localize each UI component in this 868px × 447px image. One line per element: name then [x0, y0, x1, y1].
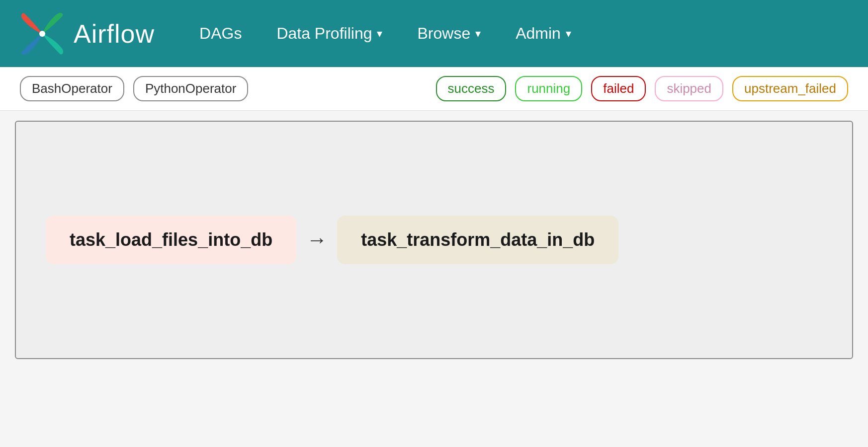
- legend-status-failed[interactable]: failed: [591, 76, 646, 101]
- legend-status-success[interactable]: success: [436, 76, 507, 101]
- legend-bar: BashOperator PythonOperator success runn…: [0, 67, 868, 111]
- nav-item-data-profiling[interactable]: Data Profiling ▾: [261, 19, 397, 48]
- nav-links: DAGs Data Profiling ▾ Browse ▾ Admin ▾: [184, 19, 848, 48]
- legend-status-skipped[interactable]: skipped: [655, 76, 723, 101]
- app-title: Airflow: [74, 19, 155, 49]
- svg-point-0: [39, 31, 45, 37]
- legend-status-upstream-failed[interactable]: upstream_failed: [732, 76, 848, 101]
- dag-canvas: task_load_files_into_db → task_transform…: [15, 121, 853, 359]
- admin-chevron-icon: ▾: [566, 27, 571, 40]
- nav-dags-label: DAGs: [199, 24, 242, 43]
- logo-area: Airflow: [20, 11, 155, 56]
- data-profiling-chevron-icon: ▾: [377, 27, 382, 40]
- legend-status-running[interactable]: running: [515, 76, 582, 101]
- navbar: Airflow DAGs Data Profiling ▾ Browse ▾ A…: [0, 0, 868, 67]
- airflow-logo-icon: [20, 11, 65, 56]
- legend-bash-operator[interactable]: BashOperator: [20, 76, 124, 101]
- nav-data-profiling-label: Data Profiling: [276, 24, 372, 43]
- nav-admin-label: Admin: [516, 24, 561, 43]
- dag-arrow-icon: →: [306, 228, 327, 252]
- nav-item-admin[interactable]: Admin ▾: [501, 19, 586, 48]
- browse-chevron-icon: ▾: [475, 27, 481, 40]
- dag-node-task1[interactable]: task_load_files_into_db: [46, 216, 296, 264]
- nav-item-dags[interactable]: DAGs: [184, 19, 257, 48]
- nav-browse-label: Browse: [417, 24, 470, 43]
- dag-node-task2[interactable]: task_transform_data_in_db: [337, 216, 618, 264]
- legend-python-operator[interactable]: PythonOperator: [133, 76, 249, 101]
- nav-item-browse[interactable]: Browse ▾: [402, 19, 496, 48]
